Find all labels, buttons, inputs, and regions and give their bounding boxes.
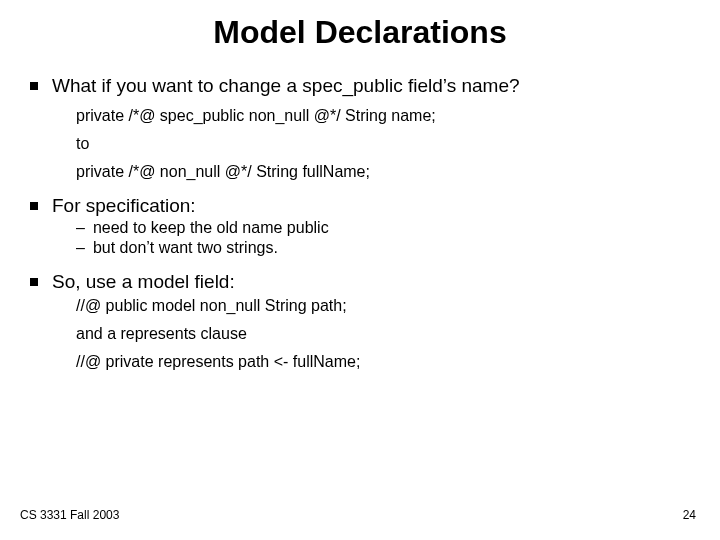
- footer: CS 3331 Fall 2003 24: [20, 508, 696, 522]
- bullet-text: What if you want to change a spec_public…: [52, 75, 520, 97]
- code-line-2: private /*@ non_null @*/ String fullName…: [76, 163, 690, 181]
- dash-icon: –: [76, 219, 85, 237]
- to-line: to: [76, 135, 690, 153]
- square-bullet-icon: [30, 278, 38, 286]
- slide-body: What if you want to change a spec_public…: [0, 75, 720, 371]
- code-line-1: private /*@ spec_public non_null @*/ Str…: [76, 107, 690, 125]
- dash-icon: –: [76, 239, 85, 257]
- bullet-item-3: So, use a model field:: [30, 271, 690, 293]
- bullet-item-2: For specification:: [30, 195, 690, 217]
- dash-item-1: – need to keep the old name public: [76, 219, 690, 237]
- dash-text: but don’t want two strings.: [93, 239, 278, 257]
- bullet-text: For specification:: [52, 195, 196, 217]
- code-line-4: //@ private represents path <- fullName;: [76, 353, 690, 371]
- dash-text: need to keep the old name public: [93, 219, 329, 237]
- bullet-item-1: What if you want to change a spec_public…: [30, 75, 690, 97]
- square-bullet-icon: [30, 82, 38, 90]
- bullet-text: So, use a model field:: [52, 271, 235, 293]
- dash-item-2: – but don’t want two strings.: [76, 239, 690, 257]
- and-line: and a represents clause: [76, 325, 690, 343]
- slide-title: Model Declarations: [0, 0, 720, 61]
- code-line-3: //@ public model non_null String path;: [76, 297, 690, 315]
- footer-left: CS 3331 Fall 2003: [20, 508, 119, 522]
- footer-page-number: 24: [683, 508, 696, 522]
- square-bullet-icon: [30, 202, 38, 210]
- slide: Model Declarations What if you want to c…: [0, 0, 720, 540]
